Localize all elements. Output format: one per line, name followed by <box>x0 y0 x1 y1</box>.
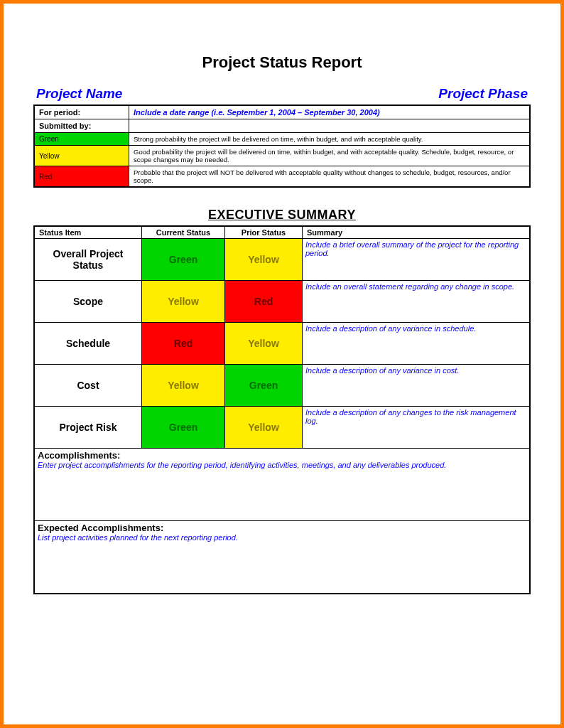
accomplishments-label: Accomplishments: <box>38 450 526 461</box>
col-current-status: Current Status <box>142 226 225 239</box>
status-badge: Red <box>225 281 303 323</box>
legend-green-desc: Strong probability the project will be d… <box>129 133 531 146</box>
project-name-label: Project Name <box>36 86 122 102</box>
table-row: Project Risk Green Yellow Include a desc… <box>34 407 530 449</box>
submitted-label: Submitted by: <box>34 119 129 133</box>
header-row: Project Name Project Phase <box>33 86 531 105</box>
status-item-overall: Overall Project Status <box>34 239 142 281</box>
page-title: Project Status Report <box>33 53 531 72</box>
document-page: Project Status Report Project Name Proje… <box>0 0 564 728</box>
status-badge: Yellow <box>142 281 225 323</box>
summary-text: Include a description of any changes to … <box>303 407 531 449</box>
table-row: Scope Yellow Red Include an overall stat… <box>34 281 530 323</box>
expected-text: List project activities planned for the … <box>38 533 526 542</box>
accomplishments-row: Accomplishments: Enter project accomplis… <box>34 449 530 521</box>
executive-summary-title: EXECUTIVE SUMMARY <box>33 208 531 223</box>
col-prior-status: Prior Status <box>225 226 303 239</box>
period-label: For period: <box>34 105 129 119</box>
col-summary: Summary <box>303 226 531 239</box>
status-badge: Green <box>142 239 225 281</box>
status-badge: Green <box>225 365 303 407</box>
status-badge: Green <box>142 407 225 449</box>
expected-label: Expected Accomplishments: <box>38 523 526 533</box>
table-row: Cost Yellow Green Include a description … <box>34 365 530 407</box>
executive-summary-table: Status Item Current Status Prior Status … <box>33 225 531 594</box>
project-phase-label: Project Phase <box>438 86 528 102</box>
legend-green-label: Green <box>34 133 129 146</box>
table-row: Schedule Red Yellow Include a descriptio… <box>34 323 530 365</box>
status-badge: Red <box>142 323 225 365</box>
legend-red-desc: Probable that the project will NOT be de… <box>129 166 531 188</box>
summary-text: Include a description of any variance in… <box>303 323 531 365</box>
summary-text: Include a brief overall summary of the p… <box>303 239 531 281</box>
col-status-item: Status Item <box>34 226 142 239</box>
table-row: Overall Project Status Green Yellow Incl… <box>34 239 530 281</box>
legend-yellow-label: Yellow <box>34 146 129 166</box>
exec-header-row: Status Item Current Status Prior Status … <box>34 226 530 239</box>
expected-accomplishments-row: Expected Accomplishments: List project a… <box>34 521 530 594</box>
legend-red-label: Red <box>34 166 129 188</box>
legend-yellow-desc: Good probability the project will be del… <box>129 146 531 166</box>
status-item-risk: Project Risk <box>34 407 142 449</box>
info-table: For period: Include a date range (i.e. S… <box>33 105 531 188</box>
summary-text: Include a description of any variance in… <box>303 365 531 407</box>
status-item-cost: Cost <box>34 365 142 407</box>
submitted-value <box>129 119 531 133</box>
status-item-scope: Scope <box>34 281 142 323</box>
status-item-schedule: Schedule <box>34 323 142 365</box>
status-badge: Yellow <box>225 323 303 365</box>
status-badge: Yellow <box>225 239 303 281</box>
accomplishments-text: Enter project accomplishments for the re… <box>38 461 526 469</box>
status-badge: Yellow <box>142 365 225 407</box>
status-badge: Yellow <box>225 407 303 449</box>
period-value: Include a date range (i.e. September 1, … <box>129 105 531 119</box>
summary-text: Include an overall statement regarding a… <box>303 281 531 323</box>
